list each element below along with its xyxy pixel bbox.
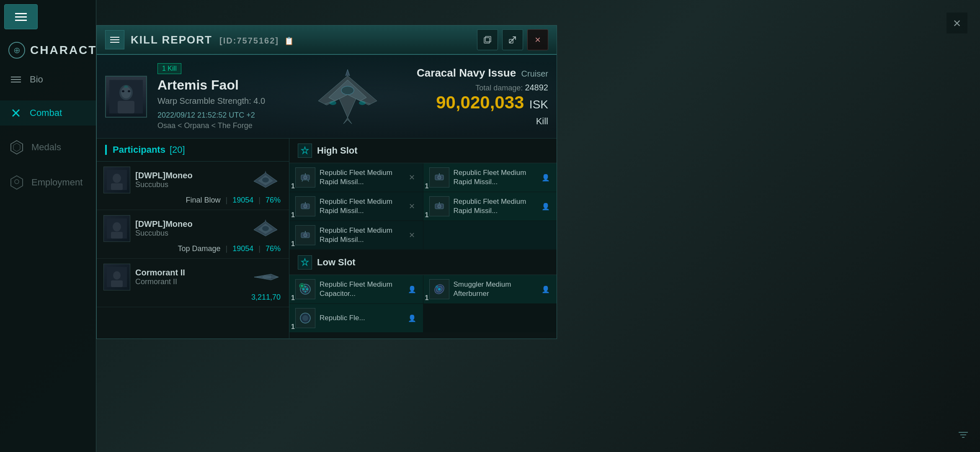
kill-header: 1 Kill Artemis Faol Warp Scramble Streng… bbox=[97, 55, 557, 139]
module-qty: 1 bbox=[425, 294, 429, 302]
pilot-info: 1 Kill Artemis Faol Warp Scramble Streng… bbox=[157, 63, 279, 130]
sidebar-item-bio-label: Bio bbox=[30, 74, 43, 85]
module-qty: 1 bbox=[291, 211, 295, 219]
svg-rect-27 bbox=[111, 232, 123, 239]
svg-rect-31 bbox=[111, 280, 123, 287]
module-qty: 1 bbox=[291, 294, 295, 302]
kill-location: Osaa < Orpana < The Forge bbox=[157, 121, 279, 130]
outer-close-button[interactable]: × bbox=[946, 13, 967, 33]
window-close-button[interactable]: × bbox=[527, 29, 548, 50]
module-item[interactable]: 1 Republic Fle... 👤 bbox=[289, 304, 423, 332]
export-button[interactable] bbox=[502, 29, 523, 50]
high-slot-section: High Slot 1 bbox=[289, 139, 557, 249]
avatar bbox=[103, 167, 130, 193]
ship-image-area bbox=[289, 63, 406, 130]
participant-name-ship: [DWPL]Moneo Succubus bbox=[135, 171, 244, 189]
filter-button[interactable] bbox=[955, 427, 972, 444]
participant-name: [DWPL]Moneo bbox=[135, 219, 244, 229]
high-slot-header: High Slot bbox=[289, 139, 557, 163]
module-item[interactable]: 1 Republic Fleet Medium Rapid Missil... … bbox=[289, 221, 423, 249]
status-x-icon: ✕ bbox=[409, 231, 415, 240]
svg-point-40 bbox=[438, 176, 441, 179]
svg-point-65 bbox=[436, 285, 438, 288]
avatar bbox=[103, 215, 130, 242]
svg-point-64 bbox=[438, 288, 441, 290]
status-person-icon: 👤 bbox=[542, 203, 550, 211]
module-item[interactable]: 1 Republic Fleet Medium Rapid Missil... bbox=[289, 163, 423, 192]
svg-rect-12 bbox=[118, 101, 134, 113]
modules-panel: High Slot 1 bbox=[289, 139, 557, 339]
isk-value: 90,020,033 bbox=[436, 92, 524, 112]
module-name: Republic Fleet Medium Capacitor... bbox=[320, 280, 403, 298]
svg-point-16 bbox=[341, 86, 354, 95]
sidebar-item-medals[interactable]: Medals bbox=[0, 134, 96, 161]
svg-line-37 bbox=[302, 180, 303, 182]
module-status: 👤 bbox=[541, 172, 551, 182]
list-item[interactable]: [DWPL]Moneo Succubus bbox=[97, 210, 289, 259]
isk-value-area: 90,020,033 ISK bbox=[417, 92, 548, 113]
module-icon bbox=[429, 196, 449, 216]
participant-name-ship: Cormorant II Cormorant II bbox=[135, 268, 244, 286]
participant-ship-image bbox=[249, 218, 282, 239]
list-item[interactable]: Cormorant II Cormorant II 3,211, bbox=[97, 259, 289, 307]
module-name: Smuggler Medium Afterburner bbox=[454, 280, 537, 298]
sidebar-item-employment[interactable]: Employment bbox=[0, 169, 96, 196]
low-slot-header: Low Slot bbox=[289, 250, 557, 275]
module-item[interactable]: 1 Republic Fleet Medium Rapid Missil... … bbox=[423, 192, 557, 221]
module-item[interactable]: 1 Republic Fleet Medium Rapid Missil... … bbox=[289, 192, 423, 221]
pilot-warp-scramble: Warp Scramble Strength: 4.0 bbox=[157, 96, 279, 106]
low-slot-label: Low Slot bbox=[317, 257, 356, 268]
participant-ship: Succubus bbox=[135, 229, 244, 238]
module-icon bbox=[295, 196, 315, 216]
window-menu-button[interactable] bbox=[105, 30, 124, 49]
sidebar-menu-button[interactable] bbox=[4, 4, 38, 29]
participant-top: [DWPL]Moneo Succubus bbox=[103, 215, 282, 242]
module-icon bbox=[295, 225, 315, 245]
stat-damage: 19054 bbox=[232, 196, 253, 205]
svg-point-30 bbox=[113, 271, 121, 280]
svg-rect-6 bbox=[484, 38, 490, 43]
status-x-icon: ✕ bbox=[409, 202, 415, 211]
svg-point-18 bbox=[359, 101, 366, 105]
medals-icon bbox=[8, 139, 25, 156]
participant-name: [DWPL]Moneo bbox=[135, 171, 244, 180]
svg-point-24 bbox=[262, 177, 269, 182]
module-item[interactable]: 1 Republic Fleet Medium Rapid Missil... … bbox=[423, 163, 557, 192]
accent-bar bbox=[105, 145, 107, 155]
participants-header: Participants [20] bbox=[97, 139, 289, 162]
status-person-icon: 👤 bbox=[542, 285, 550, 293]
module-icon bbox=[295, 167, 315, 187]
module-name: Republic Fleet Medium Rapid Missil... bbox=[320, 226, 403, 244]
kill-outcome: Kill bbox=[417, 116, 548, 127]
sidebar-item-bio[interactable]: Bio bbox=[0, 67, 96, 92]
participant-stats: Top Damage | 19054 | 76% bbox=[103, 244, 282, 253]
svg-point-46 bbox=[438, 205, 441, 208]
module-name: Republic Fleet Medium Rapid Missil... bbox=[454, 168, 537, 187]
module-status: 👤 bbox=[541, 284, 551, 294]
svg-point-11 bbox=[121, 87, 131, 98]
svg-point-13 bbox=[124, 85, 128, 88]
copy-button[interactable] bbox=[477, 29, 498, 50]
participants-label: Participants bbox=[113, 144, 165, 155]
module-icon bbox=[429, 279, 449, 299]
stat-damage: 3,211,70 bbox=[251, 293, 281, 302]
module-item[interactable]: 1 bbox=[289, 275, 423, 303]
participant-stats: 3,211,70 bbox=[103, 293, 282, 302]
high-slot-icon bbox=[298, 144, 312, 158]
kill-time: 2022/09/12 21:52:52 UTC +2 bbox=[157, 111, 279, 120]
svg-point-15 bbox=[128, 90, 130, 92]
module-item[interactable]: 1 Smuggler Medium Afterburner 👤 bbox=[423, 275, 557, 303]
vitruvian-icon: ⊕ bbox=[8, 42, 25, 59]
svg-line-38 bbox=[308, 180, 309, 182]
low-slot-icon bbox=[298, 255, 312, 270]
module-icon bbox=[295, 308, 315, 328]
svg-point-67 bbox=[302, 315, 308, 321]
clipboard-icon: 📋 bbox=[284, 37, 294, 45]
module-status: 👤 bbox=[541, 201, 551, 211]
participant-list: [DWPL]Moneo Succubus bbox=[97, 162, 289, 339]
sidebar-item-combat[interactable]: Combat bbox=[0, 100, 96, 126]
list-item[interactable]: [DWPL]Moneo Succubus bbox=[97, 162, 289, 210]
pilot-avatar bbox=[105, 76, 147, 118]
content-area: Participants [20] bbox=[97, 139, 557, 339]
bio-icon bbox=[8, 72, 23, 87]
